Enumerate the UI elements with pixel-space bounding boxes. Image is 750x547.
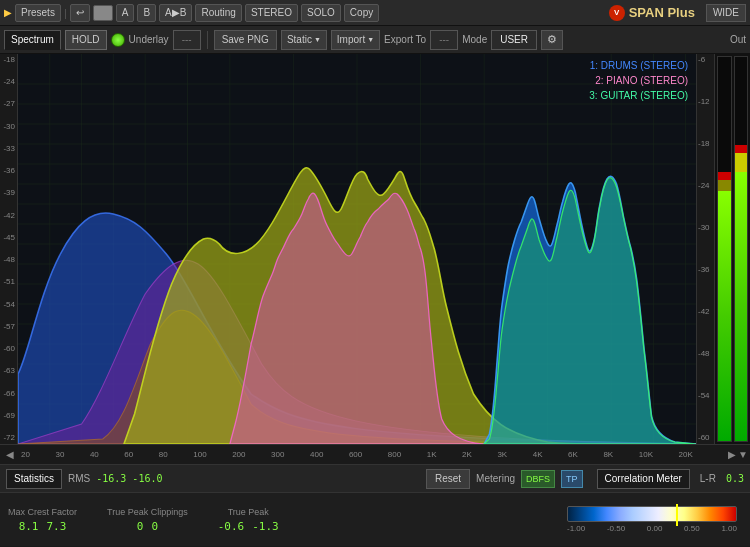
statistics-tab[interactable]: Statistics bbox=[6, 469, 62, 489]
scroll-right-arrow[interactable]: ▶ bbox=[728, 449, 736, 460]
lr-label: L-R bbox=[700, 473, 716, 484]
x-400: 400 bbox=[310, 450, 323, 459]
active-led bbox=[111, 33, 125, 47]
mode-label: Mode bbox=[462, 34, 487, 45]
second-toolbar: Spectrum HOLD Underlay --- Save PNG Stat… bbox=[0, 26, 750, 54]
ab-b-button[interactable]: B bbox=[137, 4, 156, 22]
y-r-54: -54 bbox=[697, 392, 714, 400]
level-meter bbox=[714, 54, 750, 444]
underlay-label: Underlay bbox=[129, 34, 169, 45]
true-peak-label: True Peak bbox=[228, 507, 269, 517]
true-peak-clip-value1: 0 bbox=[137, 520, 144, 533]
hold-button[interactable]: HOLD bbox=[65, 30, 107, 50]
true-peak-group: True Peak -0.6 -1.3 bbox=[218, 507, 279, 533]
app-title: V SPAN Plus bbox=[609, 5, 695, 21]
x-80: 80 bbox=[159, 450, 168, 459]
max-crest-group: Max Crest Factor 8.1 7.3 bbox=[8, 507, 77, 533]
max-crest-label: Max Crest Factor bbox=[8, 507, 77, 517]
export-value[interactable]: --- bbox=[430, 30, 458, 50]
true-peak-clip-label: True Peak Clippings bbox=[107, 507, 188, 517]
y-label-60: -60 bbox=[0, 345, 17, 353]
metering-label: Metering bbox=[476, 473, 515, 484]
x-3k: 3K bbox=[497, 450, 507, 459]
undo-button[interactable]: ↩ bbox=[70, 4, 90, 22]
x-200: 200 bbox=[232, 450, 245, 459]
x-600: 600 bbox=[349, 450, 362, 459]
dbfs-button[interactable]: DBFS bbox=[521, 470, 555, 488]
y-label-54: -54 bbox=[0, 301, 17, 309]
meter-yellow-left bbox=[718, 180, 731, 192]
legend-piano: 2: PIANO (STEREO) bbox=[589, 73, 688, 88]
routing-button[interactable]: Routing bbox=[195, 4, 241, 22]
y-axis-left: -18 -24 -27 -30 -33 -36 -39 -42 -45 -48 … bbox=[0, 54, 18, 444]
reset-button[interactable]: Reset bbox=[426, 469, 470, 489]
x-4k: 4K bbox=[533, 450, 543, 459]
meter-red-left bbox=[718, 172, 731, 180]
mode-value[interactable]: USER bbox=[491, 30, 537, 50]
x-20k: 20K bbox=[679, 450, 693, 459]
x-2k: 2K bbox=[462, 450, 472, 459]
x-800: 800 bbox=[388, 450, 401, 459]
save-png-button[interactable]: Save PNG bbox=[214, 30, 277, 50]
x-1k: 1K bbox=[427, 450, 437, 459]
y-r-42: -42 bbox=[697, 308, 714, 316]
static-dropdown[interactable]: Static bbox=[281, 30, 327, 50]
meter-yellow-right bbox=[735, 153, 748, 172]
meter-green-right bbox=[735, 172, 748, 441]
x-20: 20 bbox=[21, 450, 30, 459]
legend-drums: 1: DRUMS (STEREO) bbox=[589, 58, 688, 73]
spectrum-tab[interactable]: Spectrum bbox=[4, 30, 61, 50]
correlation-meter-tab[interactable]: Correlation Meter bbox=[597, 469, 690, 489]
wide-button[interactable]: WIDE bbox=[706, 4, 746, 22]
tp-button[interactable]: TP bbox=[561, 470, 583, 488]
solo-button[interactable]: SOLO bbox=[301, 4, 341, 22]
y-label-27: -27 bbox=[0, 100, 17, 108]
stereo-button[interactable]: STEREO bbox=[245, 4, 298, 22]
corr-min: -1.00 bbox=[567, 524, 585, 533]
correlation-scale: -1.00 -0.50 0.00 0.50 1.00 bbox=[567, 524, 737, 533]
y-r-60: -60 bbox=[697, 434, 714, 442]
y-label-69: -69 bbox=[0, 412, 17, 420]
corr-zero: 0.00 bbox=[647, 524, 663, 533]
export-label: Export To bbox=[384, 34, 426, 45]
max-crest-value2: 7.3 bbox=[47, 520, 67, 533]
lr-value: 0.3 bbox=[726, 473, 744, 484]
correlation-needle bbox=[676, 504, 678, 526]
y-label-63: -63 bbox=[0, 367, 17, 375]
corr-minus-half: -0.50 bbox=[607, 524, 625, 533]
x-300: 300 bbox=[271, 450, 284, 459]
y-label-45: -45 bbox=[0, 234, 17, 242]
y-label-36: -36 bbox=[0, 167, 17, 175]
corr-max: 1.00 bbox=[721, 524, 737, 533]
legend-guitar: 3: GUITAR (STEREO) bbox=[589, 88, 688, 103]
x-axis-labels: 20 30 40 60 80 100 200 300 400 600 800 1… bbox=[19, 450, 695, 459]
true-peak-clip-group: True Peak Clippings 0 0 bbox=[107, 507, 188, 533]
presets-icon: ▶ bbox=[4, 7, 12, 18]
corr-plus-half: 0.50 bbox=[684, 524, 700, 533]
y-r-48: -48 bbox=[697, 350, 714, 358]
x-100: 100 bbox=[193, 450, 206, 459]
settings-button[interactable]: ⚙ bbox=[541, 30, 563, 50]
bottom-top-row: Statistics RMS -16.3 -16.0 Reset Meterin… bbox=[0, 465, 750, 493]
spectrum-legend: 1: DRUMS (STEREO) 2: PIANO (STEREO) 3: G… bbox=[589, 58, 688, 103]
x-40: 40 bbox=[90, 450, 99, 459]
bottom-panel: Statistics RMS -16.3 -16.0 Reset Meterin… bbox=[0, 464, 750, 546]
x-axis-scroll-left[interactable]: ◀ bbox=[0, 445, 19, 464]
correlation-bar bbox=[567, 506, 737, 522]
copy-button[interactable]: Copy bbox=[344, 4, 379, 22]
spectrum-svg bbox=[18, 54, 696, 444]
underlay-value[interactable]: --- bbox=[173, 30, 201, 50]
scroll-down-arrow[interactable]: ▼ bbox=[738, 449, 748, 460]
y-label-30: -30 bbox=[0, 123, 17, 131]
voxengo-logo: V bbox=[609, 5, 625, 21]
import-dropdown[interactable]: Import bbox=[331, 30, 380, 50]
presets-button[interactable]: Presets bbox=[15, 4, 61, 22]
ab-ba-button[interactable]: A▶B bbox=[159, 4, 192, 22]
x-axis-scroll-right[interactable]: ▶ ▼ bbox=[695, 449, 750, 460]
x-10k: 10K bbox=[639, 450, 653, 459]
x-axis-row: ◀ 20 30 40 60 80 100 200 300 400 600 800… bbox=[0, 444, 750, 464]
ab-a-button[interactable]: A bbox=[116, 4, 135, 22]
meter-left bbox=[717, 56, 732, 442]
scroll-left-arrow[interactable]: ◀ bbox=[6, 449, 14, 460]
y-label-39: -39 bbox=[0, 189, 17, 197]
